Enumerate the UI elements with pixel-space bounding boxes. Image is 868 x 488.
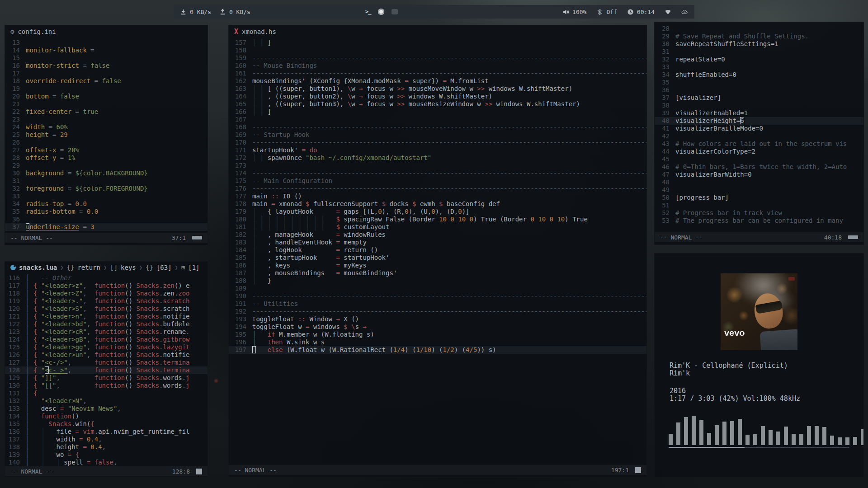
- code-line: 183│ , handleEventHook = mempty: [229, 239, 646, 246]
- visualizer-bar: [692, 416, 696, 445]
- code-line: 29: [5, 162, 208, 169]
- vim-mode: -- NORMAL --: [10, 468, 53, 475]
- brackets-icon: []: [110, 264, 118, 271]
- player-config-statusline: -- NORMAL -- 40:18: [655, 232, 863, 242]
- chevron-right-icon: ❯: [104, 264, 107, 271]
- cursor-position: 37:1: [172, 235, 186, 241]
- code-line: 25height = 29: [5, 131, 208, 139]
- code-line: 125│ { "<leader>gg", function() Snacks.l…: [5, 343, 208, 351]
- xmonad-statusline: -- NORMAL -- 197:1: [229, 465, 646, 475]
- visualizer-bar: [699, 420, 703, 445]
- window-music-player: vevo Rim'K - Cellophané (Explicit) Rim'k…: [654, 253, 864, 478]
- code-line: 189: [229, 285, 646, 292]
- code-line: 187│ , mouseBindings = mouseBindings': [229, 269, 646, 277]
- crumb-keys[interactable]: keys: [121, 264, 136, 271]
- code-line: 121│ { "<leader>n", function() Snacks.no…: [5, 313, 208, 320]
- code-line: 138│ │ height = 0.4,: [5, 443, 208, 451]
- code-line: 136│ │ file = vim.api.nvim_get_runtime_f…: [5, 428, 208, 436]
- code-line: 194toggleFloat w = windows $ \s →: [229, 323, 646, 331]
- code-line: 185│ , startupHook = startupHook': [229, 254, 646, 262]
- config-statusline: -- NORMAL -- 37:1: [5, 233, 208, 243]
- visualizer-bar: [776, 432, 780, 445]
- visualizer: [669, 415, 849, 448]
- code-line: 39visualizerEnabled=1: [655, 109, 863, 117]
- code-line: 163│ │ [ ((super, button1), \w → focus w…: [229, 85, 646, 93]
- code-line: 164│ │ , ((super, button2), \w → focus w…: [229, 93, 646, 100]
- code-line: 18override-redirect = false: [5, 77, 208, 85]
- visualizer-bar: [830, 436, 834, 445]
- cursor-position: 128:8: [172, 468, 190, 475]
- code-line: 157│ │ ]: [229, 39, 646, 47]
- code-line: 129│ { "]]", function() Snacks.words.j: [5, 374, 208, 382]
- code-line: 195│ if M.member w (W.floating s): [229, 331, 646, 338]
- visualizer-bar: [738, 419, 742, 445]
- crumb-return[interactable]: return: [77, 264, 100, 271]
- code-line: 166│ │ ]: [229, 108, 646, 116]
- crumb-1[interactable]: [1]: [188, 264, 199, 271]
- config-code-area[interactable]: 1314monitor-fallback =1516monitor-strict…: [5, 38, 208, 231]
- code-line: 47visualizerBarWidth=0: [655, 171, 863, 178]
- wifi-icon[interactable]: [665, 9, 671, 15]
- code-line: 167: [229, 116, 646, 123]
- clock-icon: [627, 9, 634, 15]
- code-line: 122│ { "<leader>bd", function() Snacks.b…: [5, 320, 208, 328]
- snacks-code-area[interactable]: 116│ -- Other117│ { "<leader>z", functio…: [5, 273, 208, 466]
- visualizer-bar: [761, 426, 765, 445]
- volume-module[interactable]: 100%: [562, 9, 586, 15]
- code-line: 160-- Mouse Bindings: [229, 62, 646, 70]
- code-line: 31: [655, 48, 863, 56]
- visualizer-bar: [822, 427, 826, 445]
- status-modules: 100% Off 00:14: [562, 9, 688, 15]
- code-line: 14monitor-fallback =: [5, 47, 208, 54]
- code-line: 45: [655, 155, 863, 163]
- code-line: 117│ { "<leader>z", function() Snacks.ze…: [5, 282, 208, 290]
- clock-module[interactable]: 00:14: [627, 9, 655, 15]
- window-xmonad-hs: X xmonad.hs 157│ │ ]158159--------------…: [228, 25, 647, 478]
- haskell-x-icon: X: [234, 28, 238, 36]
- code-line: 42: [655, 132, 863, 140]
- visualizer-bar: [707, 433, 711, 445]
- code-line: 134│ function(): [5, 413, 208, 420]
- code-line: 30background = ${color.BACKGROUND}: [5, 169, 208, 177]
- code-line: 35radius-bottom = 0.0: [5, 208, 208, 216]
- braces-icon: {}: [67, 264, 75, 271]
- cursor-position: 40:18: [824, 234, 842, 241]
- upload-icon: [219, 9, 226, 15]
- code-line: 118│ { "<leader>Z", function() Snacks.ze…: [5, 290, 208, 297]
- terminal-icon[interactable]: >_: [365, 9, 371, 15]
- code-line: 30saveRepeatShuffleSettings=1: [655, 40, 863, 48]
- xmonad-code-area[interactable]: 157│ │ ]158159--------------------------…: [229, 38, 646, 354]
- breadcrumb: snacks.lua ❯ {} return ❯ [] keys ❯ {} [6…: [5, 262, 208, 273]
- track-progress-bar[interactable]: [669, 447, 849, 448]
- crumb-63[interactable]: [63]: [156, 264, 172, 271]
- chrome-icon[interactable]: [378, 9, 384, 15]
- code-line: 34shuffleEnabled=0: [655, 71, 863, 79]
- code-line: 21: [5, 100, 208, 108]
- speaker-icon: [562, 9, 569, 15]
- code-line: 169-- Startup Hook: [229, 131, 646, 139]
- hidden-app-icon[interactable]: [392, 9, 398, 14]
- code-line: 130│ { "[[", function() Snacks.words.j: [5, 382, 208, 389]
- code-line: 40visualizerHeight=6: [655, 117, 863, 125]
- volume-value: 100%: [572, 9, 586, 15]
- code-line: 135│ Snacks.win({: [5, 420, 208, 428]
- code-line: 44visualizerColorType=2: [655, 148, 863, 155]
- cloud-sync-icon[interactable]: [681, 9, 688, 15]
- code-line: 190-------------------------------------…: [229, 292, 646, 300]
- track-meta: Rim'K - Cellophané (Explicit) Rim'k 2016…: [655, 350, 863, 403]
- visualizer-bar: [861, 429, 864, 445]
- track-artist: Rim'k: [670, 370, 863, 377]
- code-line: 33: [5, 192, 208, 200]
- chevron-right-icon: ❯: [60, 264, 63, 271]
- code-line: 13: [5, 39, 208, 47]
- vevo-logo: vevo: [724, 328, 745, 338]
- window-snacks-lua: snacks.lua ❯ {} return ❯ [] keys ❯ {} [6…: [5, 261, 208, 477]
- desktop: 0 KB/s 0 KB/s >_ 100%: [0, 0, 868, 488]
- code-line: 175-- Main Configuration: [229, 177, 646, 185]
- player-config-code-area[interactable]: 2829# Save Repeat and Shuffle Settings.3…: [655, 22, 863, 225]
- visualizer-bar: [807, 426, 811, 445]
- bluetooth-module[interactable]: Off: [596, 9, 617, 15]
- code-line: 20bottom = false: [5, 93, 208, 100]
- code-line: 132│ "<leader>N",: [5, 397, 208, 405]
- visualizer-bar: [815, 426, 819, 445]
